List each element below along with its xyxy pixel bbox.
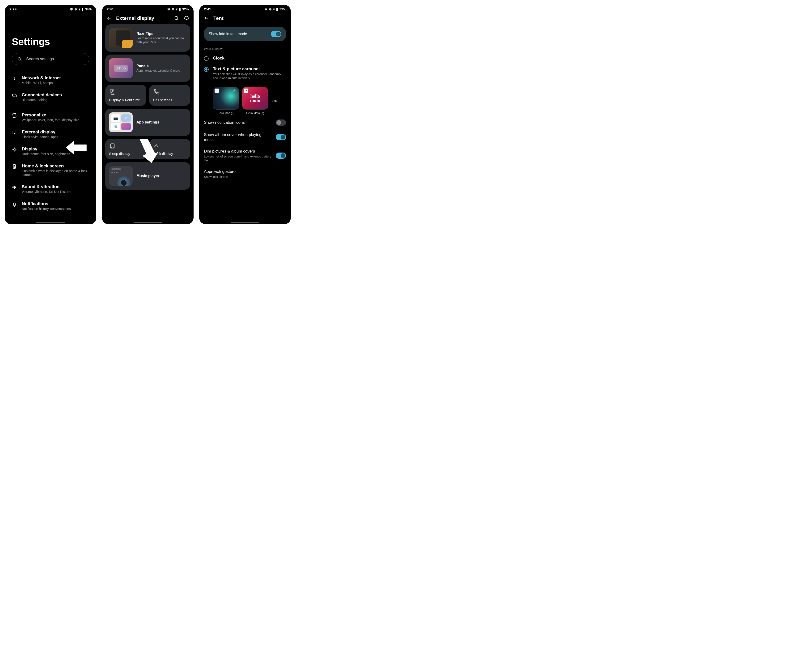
nav-bar[interactable] bbox=[231, 222, 259, 223]
toggle[interactable] bbox=[276, 153, 286, 159]
carousel-add-more[interactable]: Add bbox=[272, 87, 279, 115]
help-button[interactable] bbox=[184, 15, 189, 21]
wifi-icon bbox=[12, 76, 17, 81]
radio-carousel[interactable]: Text & picture carouselYour selection wi… bbox=[204, 64, 286, 83]
external-display-icon bbox=[12, 130, 17, 135]
app-settings-thumb: 📷 ✓ ⚙ bbox=[109, 112, 133, 132]
dnd-icon: ⊖ bbox=[172, 7, 174, 11]
status-bar: 2:41 ✻ ⊖ ▾ ▮ 32% bbox=[199, 5, 291, 12]
svg-point-12 bbox=[175, 17, 178, 20]
bluetooth-icon: ✻ bbox=[70, 7, 73, 11]
status-icons: ✻ ⊖ ▾ ▮ 34% bbox=[70, 7, 92, 11]
svg-marker-20 bbox=[140, 139, 159, 163]
svg-point-0 bbox=[18, 57, 21, 60]
bluetooth-icon: ✻ bbox=[265, 7, 267, 11]
card-panels[interactable]: 11:35 PanelsApps, weather, calendar & mo… bbox=[105, 55, 190, 82]
section-label: What to show bbox=[204, 47, 223, 50]
nav-bar[interactable] bbox=[134, 222, 162, 223]
annotation-arrow-icon bbox=[66, 139, 87, 156]
app-bar: Tent bbox=[199, 12, 291, 24]
dnd-icon: ⊖ bbox=[269, 7, 272, 11]
home-lock-icon bbox=[12, 164, 17, 169]
settings-item-personalize[interactable]: PersonalizeWallpaper, color, icon, font,… bbox=[12, 109, 89, 125]
page-title: Settings bbox=[12, 36, 89, 47]
settings-item-sound[interactable]: Sound & vibrationVolume, vibration, Do N… bbox=[12, 180, 89, 197]
card-display-font[interactable]: Display & Font Size bbox=[105, 85, 147, 106]
svg-point-18 bbox=[111, 147, 112, 148]
battery-pct: 32% bbox=[182, 7, 189, 11]
settings-item-notifications[interactable]: NotificationsNotification history, conve… bbox=[12, 197, 89, 214]
status-icons: ✻ ⊖ ▾ ▮ 32% bbox=[167, 7, 189, 11]
svg-rect-10 bbox=[14, 167, 15, 168]
razr-tips-thumb bbox=[109, 28, 133, 48]
wifi-icon: ▾ bbox=[176, 7, 177, 11]
back-button[interactable] bbox=[106, 15, 112, 21]
carousel-thumb-1[interactable]: Hello Moo (6) bbox=[213, 87, 239, 115]
settings-item-network[interactable]: Network & internetMobile, Wi-Fi, hotspot bbox=[12, 72, 89, 89]
wifi-icon: ▾ bbox=[273, 7, 275, 11]
panels-thumb: 11:35 bbox=[109, 58, 133, 78]
svg-rect-17 bbox=[110, 144, 114, 148]
setting-album-cover[interactable]: Show album cover when playing music bbox=[204, 129, 286, 146]
radio-icon bbox=[204, 56, 209, 61]
clock: 2:41 bbox=[107, 7, 114, 11]
tent-mode-toggle-row[interactable]: Show info in tent mode bbox=[204, 27, 286, 41]
radio-clock[interactable]: Clock bbox=[204, 53, 286, 64]
screen-tent: 2:41 ✻ ⊖ ▾ ▮ 32% Tent Show info in tent … bbox=[199, 5, 291, 224]
setting-approach-gesture[interactable]: Approach gestureShow lock screen bbox=[204, 166, 286, 182]
check-icon bbox=[215, 89, 219, 93]
radio-icon bbox=[204, 67, 209, 72]
toggle[interactable] bbox=[276, 119, 286, 125]
tent-mode-toggle[interactable] bbox=[271, 31, 281, 37]
brightness-icon bbox=[12, 147, 17, 152]
phone-icon bbox=[153, 89, 160, 96]
svg-rect-16 bbox=[110, 90, 113, 92]
svg-point-8 bbox=[14, 148, 15, 150]
moto-logo-icon bbox=[233, 89, 237, 93]
svg-line-1 bbox=[21, 60, 21, 61]
search-icon bbox=[17, 57, 22, 61]
font-size-icon bbox=[109, 89, 116, 96]
screen-external-display: 2:41 ✻ ⊖ ▾ ▮ 32% External display Razr T… bbox=[102, 5, 194, 224]
svg-rect-5 bbox=[12, 113, 16, 118]
tent-mode-label: Show info in tent mode bbox=[209, 32, 247, 36]
settings-item-connected[interactable]: Connected devicesBluetooth, pairing bbox=[12, 89, 89, 106]
setting-notification-icons[interactable]: Show notification icons bbox=[204, 116, 286, 129]
battery-icon: ▮ bbox=[179, 7, 181, 11]
devices-icon bbox=[12, 93, 17, 98]
svg-marker-11 bbox=[66, 140, 87, 154]
page-title: Tent bbox=[214, 15, 287, 21]
svg-rect-3 bbox=[12, 94, 15, 96]
battery-pct: 34% bbox=[85, 7, 92, 11]
screen-settings: 2:29 ✻ ⊖ ▾ ▮ 34% Settings Search setting… bbox=[5, 5, 96, 224]
search-button[interactable] bbox=[174, 15, 179, 21]
svg-line-13 bbox=[177, 19, 179, 20]
status-bar: 2:29 ✻ ⊖ ▾ ▮ 34% bbox=[5, 5, 96, 12]
carousel-thumb-2[interactable]: hellomoto Hello Moto (7) bbox=[242, 87, 268, 115]
back-button[interactable] bbox=[203, 15, 209, 21]
sleep-display-icon bbox=[109, 142, 116, 149]
wifi-icon: ▾ bbox=[79, 7, 80, 11]
nav-bar[interactable] bbox=[37, 222, 65, 223]
clock: 2:41 bbox=[204, 7, 211, 11]
volume-icon bbox=[12, 185, 17, 190]
battery-icon: ▮ bbox=[276, 7, 278, 11]
card-razr-tips[interactable]: Razr TipsLearn more about what you can d… bbox=[105, 24, 190, 52]
status-bar: 2:41 ✻ ⊖ ▾ ▮ 32% bbox=[102, 5, 194, 12]
card-call-settings[interactable]: Call settings bbox=[149, 85, 190, 106]
settings-item-home-lock[interactable]: Home & lock screenCustomize what is disp… bbox=[12, 160, 89, 180]
annotation-arrow-icon bbox=[135, 139, 159, 163]
card-app-settings[interactable]: 📷 ✓ ⚙ App settings bbox=[105, 109, 190, 136]
clock: 2:29 bbox=[9, 7, 17, 11]
bluetooth-icon: ✻ bbox=[167, 7, 170, 11]
battery-pct: 32% bbox=[279, 7, 286, 11]
search-input[interactable]: Search settings bbox=[12, 53, 89, 65]
setting-dim-pictures[interactable]: Dim pictures & album coversLowers risk o… bbox=[204, 145, 286, 166]
dnd-icon: ⊖ bbox=[74, 7, 77, 11]
svg-point-2 bbox=[14, 80, 15, 80]
page-title: External display bbox=[116, 15, 169, 21]
toggle[interactable] bbox=[276, 134, 286, 140]
card-music-player[interactable]: Music player bbox=[105, 162, 190, 190]
search-placeholder: Search settings bbox=[26, 57, 54, 61]
status-icons: ✻ ⊖ ▾ ▮ 32% bbox=[265, 7, 286, 11]
